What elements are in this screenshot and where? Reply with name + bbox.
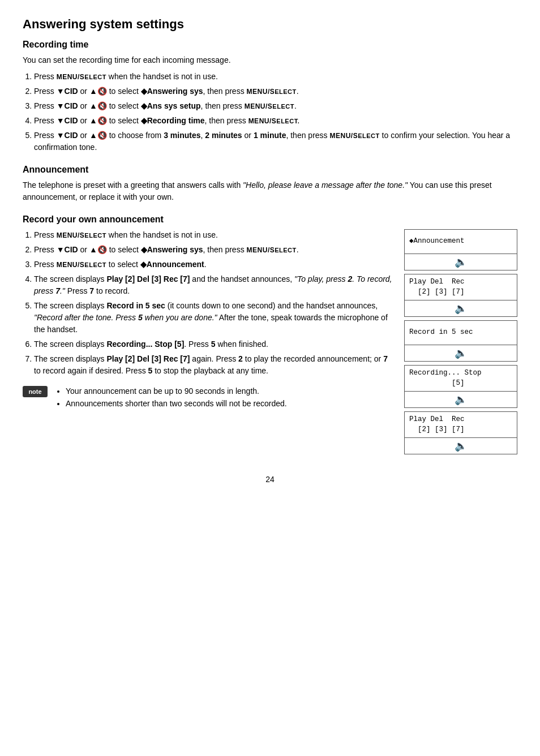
note-item-1: Your announcement can be up to 90 second… bbox=[66, 385, 287, 397]
announcement-label-rec3: ◆Announcement bbox=[140, 260, 204, 269]
3min-label: 3 minutes bbox=[164, 131, 200, 140]
step-2: Press ▼CID or ▲🔇 to select ◆Answering sy… bbox=[34, 85, 517, 97]
note-label: note bbox=[23, 386, 48, 397]
recording-time-section: Recording time You can set the recording… bbox=[23, 40, 517, 153]
1min-label: 1 minute bbox=[254, 131, 286, 140]
up-label2: ▲🔇 bbox=[89, 101, 107, 110]
step-4: Press ▼CID or ▲🔇 to select ◆Recording ti… bbox=[34, 115, 517, 127]
record-announcement-heading: Record your own announcement bbox=[23, 214, 517, 225]
play-del-rec-label: Play [2] Del [3] Rec [7] bbox=[106, 274, 190, 284]
vcid-label: ▼CID bbox=[57, 87, 78, 96]
speaker-icon-5: 🔈 bbox=[405, 437, 517, 454]
play-del-rec-label2: Play [2] Del [3] Rec [7] bbox=[106, 354, 190, 363]
menu-select-rec3: MENU/SELECT bbox=[57, 261, 106, 269]
7-label2: 7 bbox=[383, 354, 388, 363]
screen-block-1: ◆Announcement 🔈 bbox=[404, 229, 517, 270]
screen-group: ◆Announcement 🔈 Play Del Rec [2] [3] [7]… bbox=[404, 229, 517, 458]
screen-text-2: Play Del Rec [2] [3] [7] bbox=[409, 277, 465, 297]
record-announcement-section: Record your own announcement Press MENU/… bbox=[23, 214, 517, 458]
up-label4: ▲🔇 bbox=[89, 131, 107, 140]
announcement-heading: Announcement bbox=[23, 165, 517, 175]
speaker-icon-3: 🔈 bbox=[405, 345, 517, 361]
rec-step-4: The screen displays Play [2] Del [3] Rec… bbox=[34, 273, 393, 297]
rec-step-7: The screen displays Play [2] Del [3] Rec… bbox=[34, 353, 393, 377]
menu-select-label3: MENU/SELECT bbox=[245, 102, 294, 110]
record-tone-text: "Record after the tone. Press 5 when you… bbox=[34, 313, 217, 322]
step-1: Press MENU/SELECT when the handset is no… bbox=[34, 71, 517, 83]
screen-text-4: Recording... Stop [5] bbox=[409, 368, 482, 388]
press7-label: 7 bbox=[55, 286, 60, 295]
screen-text-3: Record in 5 sec bbox=[409, 328, 473, 338]
screen-text-1: ◆Announcement bbox=[409, 237, 465, 247]
speaker-icon-4: 🔈 bbox=[405, 391, 517, 407]
screen-block-5: Play Del Rec [2] [3] [7] 🔈 bbox=[404, 411, 517, 454]
5-label2: 5 bbox=[211, 340, 216, 349]
record-steps: Press MENU/SELECT when the handset is no… bbox=[34, 229, 393, 377]
2min-label: 2 minutes bbox=[205, 131, 242, 140]
recording-time-heading: Recording time bbox=[23, 40, 517, 50]
recording-time-label: ◆Recording time bbox=[141, 116, 205, 125]
menu-select-label2: MENU/SELECT bbox=[247, 88, 297, 96]
steps-column: Press MENU/SELECT when the handset is no… bbox=[23, 229, 404, 458]
screen-block-3: Record in 5 sec 🔈 bbox=[404, 320, 517, 362]
menu-select-rec1: MENU/SELECT bbox=[57, 231, 106, 239]
to-play-text: "To play, press 2. To record, press 7." bbox=[34, 274, 392, 295]
press5-label: 5 bbox=[138, 313, 143, 322]
press2-label: 2 bbox=[348, 274, 352, 284]
note-box: note Your announcement can be up to 90 s… bbox=[23, 385, 393, 410]
7-label: 7 bbox=[89, 286, 94, 295]
vcid-label4: ▼CID bbox=[57, 131, 78, 140]
up-rec2: ▲🔇 bbox=[89, 245, 107, 254]
rec-step-3: Press MENU/SELECT to select ◆Announcemen… bbox=[34, 259, 393, 270]
speaker-icon-1: 🔈 bbox=[405, 254, 517, 270]
menu-select-label: MENU/SELECT bbox=[57, 73, 106, 81]
recording-stop-label: Recording... Stop [5] bbox=[106, 340, 184, 349]
5-label3: 5 bbox=[148, 366, 153, 375]
note-content: Your announcement can be up to 90 second… bbox=[55, 385, 287, 410]
screen-display-3: Record in 5 sec bbox=[405, 321, 517, 345]
speaker-icon-2: 🔈 bbox=[405, 300, 517, 316]
screen-text-5: Play Del Rec [2] [3] [7] bbox=[409, 415, 465, 435]
vcid-label2: ▼CID bbox=[57, 101, 78, 110]
screen-display-2: Play Del Rec [2] [3] [7] bbox=[405, 274, 517, 300]
record-5sec-label: Record in 5 sec bbox=[106, 301, 165, 310]
screen-block-2: Play Del Rec [2] [3] [7] 🔈 bbox=[404, 274, 517, 317]
menu-select-label4: MENU/SELECT. bbox=[248, 117, 300, 125]
rec-step-5: The screen displays Record in 5 sec (it … bbox=[34, 300, 393, 336]
vcid-label3: ▼CID bbox=[57, 116, 78, 125]
screen-display-5: Play Del Rec [2] [3] [7] bbox=[405, 412, 517, 437]
announcement-intro: The telephone is preset with a greeting … bbox=[23, 179, 517, 203]
note-list: Your announcement can be up to 90 second… bbox=[66, 385, 287, 410]
rec-step-2: Press ▼CID or ▲🔇 to select ◆Answering sy… bbox=[34, 244, 393, 256]
screen-display-1: ◆Announcement bbox=[405, 230, 517, 254]
up-label: ▲🔇 bbox=[89, 87, 107, 96]
rec-step-6: The screen displays Recording... Stop [5… bbox=[34, 338, 393, 350]
menu-select-rec2: MENU/SELECT bbox=[247, 246, 297, 254]
rec-step-1: Press MENU/SELECT when the handset is no… bbox=[34, 229, 393, 241]
note-item-2: Announcements shorter than two seconds w… bbox=[66, 397, 287, 410]
recording-time-intro: You can set the recording time for each … bbox=[23, 54, 517, 66]
vcid-rec2: ▼CID bbox=[57, 245, 78, 254]
screens-column: ◆Announcement 🔈 Play Del Rec [2] [3] [7]… bbox=[404, 229, 517, 458]
step-5: Press ▼CID or ▲🔇 to choose from 3 minute… bbox=[34, 130, 517, 153]
up-label3: ▲🔇 bbox=[89, 116, 107, 125]
step-3: Press ▼CID or ▲🔇 to select ◆Ans sys setu… bbox=[34, 100, 517, 112]
recording-time-steps: Press MENU/SELECT when the handset is no… bbox=[34, 71, 517, 153]
menu-select-label5: MENU/SELECT bbox=[330, 132, 380, 140]
answering-sys-rec2: ◆Answering sys bbox=[141, 245, 203, 254]
screen-display-4: Recording... Stop [5] bbox=[405, 366, 517, 391]
2-label: 2 bbox=[238, 354, 243, 363]
page-title: Answering system settings bbox=[23, 17, 517, 32]
ans-sys-setup-label: ◆Ans sys setup bbox=[141, 101, 201, 110]
page-number: 24 bbox=[23, 475, 517, 484]
main-content-area: Press MENU/SELECT when the handset is no… bbox=[23, 229, 517, 458]
answering-sys-label: ◆Answering sys bbox=[141, 87, 203, 96]
greeting-text: "Hello, please leave a message after the… bbox=[243, 181, 408, 190]
announcement-section: Announcement The telephone is preset wit… bbox=[23, 165, 517, 203]
screen-block-4: Recording... Stop [5] 🔈 bbox=[404, 365, 517, 408]
